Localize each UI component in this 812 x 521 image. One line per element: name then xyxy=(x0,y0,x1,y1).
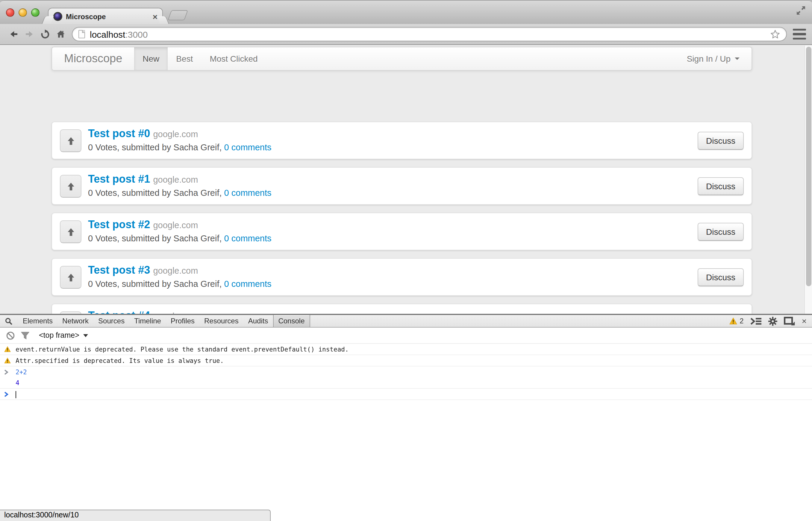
discuss-button[interactable]: Discuss xyxy=(698,223,744,241)
devtools-tab-sources[interactable]: Sources xyxy=(93,315,129,327)
post-votes-text: 0 Votes, submitted by Sacha Greif, xyxy=(88,142,222,152)
devtools-tab-profiles[interactable]: Profiles xyxy=(166,315,200,327)
devtools-tab-console[interactable]: Console xyxy=(273,315,310,327)
post-votes-text: 0 Votes, submitted by Sacha Greif, xyxy=(88,279,222,289)
app-brand[interactable]: Microscope xyxy=(52,47,134,70)
devtools-tab-network[interactable]: Network xyxy=(57,315,93,327)
warning-icon xyxy=(729,317,737,324)
warning-text: Attr.specified is deprecated. Its value … xyxy=(16,357,224,364)
upvote-button[interactable] xyxy=(60,266,82,289)
page-scrollbar[interactable] xyxy=(804,46,812,314)
discuss-button[interactable]: Discuss xyxy=(698,177,744,195)
post-meta: 0 Votes, submitted by Sacha Greif, 0 com… xyxy=(88,141,751,154)
devtools-tab-resources[interactable]: Resources xyxy=(200,315,243,327)
app-navbar: Microscope New Best Most Clicked Sign In… xyxy=(51,47,752,71)
post-votes-text: 0 Votes, submitted by Sacha Greif, xyxy=(88,188,222,198)
discuss-button[interactable]: Discuss xyxy=(698,132,744,150)
nav-item-most-clicked[interactable]: Most Clicked xyxy=(201,47,266,70)
frame-selector-label: <top frame> xyxy=(39,331,79,340)
chevron-right-icon xyxy=(4,368,8,377)
devtools-settings-gear-icon[interactable] xyxy=(768,317,777,325)
devtools-tab-timeline[interactable]: Timeline xyxy=(129,315,166,327)
comments-link[interactable]: 0 comments xyxy=(224,142,272,152)
post-meta: 0 Votes, submitted by Sacha Greif, 0 com… xyxy=(88,278,751,291)
devtools-tab-audits[interactable]: Audits xyxy=(243,315,273,327)
window-minimize-button[interactable] xyxy=(19,8,27,17)
post-meta: 0 Votes, submitted by Sacha Greif, 0 com… xyxy=(88,232,751,245)
bookmark-star-icon[interactable] xyxy=(770,29,780,39)
url-text[interactable]: localhost:3000 xyxy=(90,29,765,39)
frame-selector-dropdown[interactable]: <top frame> xyxy=(39,331,88,340)
page-viewport: Microscope New Best Most Clicked Sign In… xyxy=(0,46,812,314)
post-domain: google.com xyxy=(153,129,198,139)
clear-console-icon[interactable] xyxy=(6,331,15,340)
tab-strip: Microscope × xyxy=(0,0,812,24)
console-toolbar: <top frame> xyxy=(0,327,812,344)
devtools-tab-bar: Elements Network Sources Timeline Profil… xyxy=(0,315,812,327)
dock-side-icon[interactable] xyxy=(784,317,795,325)
browser-window: Microscope × localhos xyxy=(0,0,812,521)
devtools-close-icon[interactable]: × xyxy=(802,317,807,325)
warning-icon xyxy=(4,357,11,365)
url-host: localhost xyxy=(90,29,125,39)
command-text: 2+2 xyxy=(16,368,27,376)
post-domain: google.com xyxy=(153,220,198,230)
text-cursor xyxy=(16,391,16,398)
console-drawer-icon[interactable] xyxy=(750,317,762,325)
chevron-right-icon xyxy=(4,390,8,399)
reload-button[interactable] xyxy=(37,26,53,42)
warning-count-badge[interactable]: 2 xyxy=(729,317,743,325)
comments-link[interactable]: 0 comments xyxy=(224,279,272,289)
post-row: Test post #2google.com 0 Votes, submitte… xyxy=(51,212,752,250)
console-command-group: 2+2 4 xyxy=(0,366,812,389)
back-button[interactable] xyxy=(6,26,22,42)
comments-link[interactable]: 0 comments xyxy=(224,233,272,243)
nav-item-new[interactable]: New xyxy=(134,47,168,70)
post-domain: google.com xyxy=(153,175,198,184)
window-zoom-button[interactable] xyxy=(31,8,40,17)
browser-tab[interactable]: Microscope × xyxy=(48,8,163,25)
post-title-link[interactable]: Test post #1 xyxy=(88,173,150,185)
sign-in-menu[interactable]: Sign In / Up xyxy=(675,47,751,70)
window-close-button[interactable] xyxy=(6,8,14,17)
comments-link[interactable]: 0 comments xyxy=(224,188,272,198)
chevron-down-icon xyxy=(735,58,740,60)
address-bar[interactable]: localhost:3000 xyxy=(72,27,787,41)
post-row: Test post #3google.com 0 Votes, submitte… xyxy=(51,258,752,296)
scrollbar-thumb[interactable] xyxy=(806,47,811,286)
post-title-link[interactable]: Test post #0 xyxy=(88,128,150,139)
upvote-button[interactable] xyxy=(60,129,82,152)
upvote-button[interactable] xyxy=(60,220,82,243)
filter-funnel-icon[interactable] xyxy=(21,332,29,339)
post-title-link[interactable]: Test post #2 xyxy=(88,219,150,230)
upvote-button[interactable] xyxy=(60,175,82,198)
console-result: 4 xyxy=(0,377,812,388)
new-tab-button[interactable] xyxy=(168,10,188,20)
post-row: Test post #0google.com 0 Votes, submitte… xyxy=(51,121,752,159)
upvote-button[interactable] xyxy=(60,311,82,314)
fullscreen-icon[interactable] xyxy=(796,5,806,18)
window-controls xyxy=(6,8,40,17)
console-prompt[interactable] xyxy=(0,389,812,400)
browser-toolbar: localhost:3000 xyxy=(0,24,812,45)
sign-in-label: Sign In / Up xyxy=(687,47,730,70)
post-votes-text: 0 Votes, submitted by Sacha Greif, xyxy=(88,233,222,243)
post-title-link[interactable]: Test post #3 xyxy=(88,264,150,276)
post-title-link[interactable]: Test post #4 xyxy=(88,310,150,314)
devtools-toolbar-right: 2 xyxy=(729,315,812,327)
console-warning: Attr.specified is deprecated. Its value … xyxy=(0,355,812,366)
tab-close-icon[interactable]: × xyxy=(153,13,158,20)
nav-items: New Best Most Clicked xyxy=(134,47,266,70)
result-text: 4 xyxy=(16,379,20,386)
home-button[interactable] xyxy=(53,26,68,42)
devtools-tab-elements[interactable]: Elements xyxy=(18,315,57,327)
devtools-panel: Elements Network Sources Timeline Profil… xyxy=(0,314,812,521)
devtools-search-icon[interactable] xyxy=(0,315,18,327)
console-messages: event.returnValue is deprecated. Please … xyxy=(0,344,812,400)
nav-item-best[interactable]: Best xyxy=(168,47,201,70)
status-link-preview: localhost:3000/new/10 xyxy=(0,509,271,521)
discuss-button[interactable]: Discuss xyxy=(698,268,744,286)
chrome-menu-icon[interactable] xyxy=(793,29,806,40)
forward-button[interactable] xyxy=(22,26,37,42)
console-command-echo: 2+2 xyxy=(0,366,812,377)
